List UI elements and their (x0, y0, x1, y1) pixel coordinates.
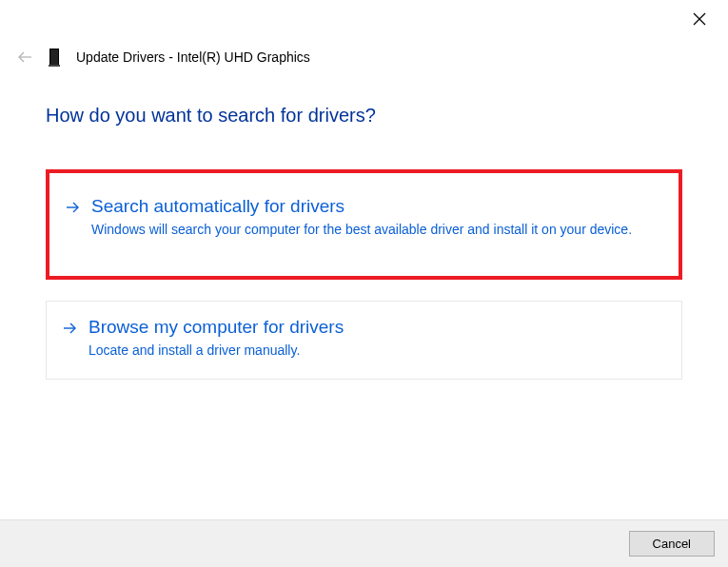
option-description: Windows will search your computer for th… (91, 221, 661, 240)
close-icon (693, 12, 706, 26)
cancel-button[interactable]: Cancel (629, 531, 715, 557)
close-button[interactable] (690, 10, 709, 29)
option-search-automatically[interactable]: Search automatically for drivers Windows… (46, 169, 682, 280)
option-description: Locate and install a driver manually. (89, 342, 664, 361)
content-area: How do you want to search for drivers? S… (46, 105, 682, 401)
arrow-right-icon (67, 200, 80, 217)
option-browse-computer[interactable]: Browse my computer for drivers Locate an… (46, 301, 682, 381)
back-button[interactable] (17, 51, 32, 63)
footer-bar: Cancel (0, 519, 728, 567)
device-icon (49, 49, 59, 66)
window-title: Update Drivers - Intel(R) UHD Graphics (76, 49, 310, 65)
back-arrow-icon (17, 51, 32, 63)
option-title: Browse my computer for drivers (89, 317, 664, 338)
option-body: Browse my computer for drivers Locate an… (89, 317, 664, 361)
option-title: Search automatically for drivers (91, 196, 661, 217)
option-body: Search automatically for drivers Windows… (91, 196, 661, 240)
header-bar: Update Drivers - Intel(R) UHD Graphics (17, 49, 310, 66)
arrow-right-icon (64, 321, 77, 338)
search-prompt: How do you want to search for drivers? (46, 105, 682, 127)
